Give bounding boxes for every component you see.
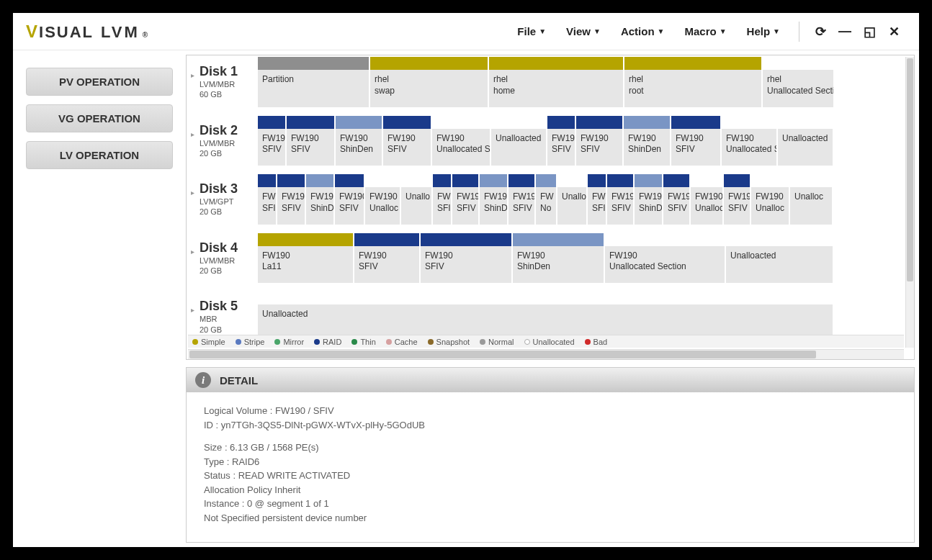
partition-block[interactable]: FW190ShinD [634, 174, 663, 225]
caret-icon: ▼ [593, 27, 601, 35]
disk-name: Disk 2 [200, 123, 251, 138]
partition-block[interactable]: rhelUnallocated Section [762, 57, 834, 107]
partition-block[interactable]: FW190SFIV [257, 116, 286, 166]
partition-block[interactable]: Unalloc [789, 174, 833, 225]
partition-block[interactable]: FW190La11 [257, 233, 354, 284]
legend-label: Stripe [244, 338, 265, 346]
partition-block[interactable]: FW190ShinD [305, 174, 334, 225]
partition-type-bar [258, 174, 276, 187]
partition-block[interactable]: rhelswap [369, 57, 488, 107]
partition-block[interactable]: Partition [257, 57, 369, 107]
partition-block[interactable]: FW190ShinDen [335, 116, 382, 166]
legend-label: Snapshot [436, 338, 470, 346]
partition-block[interactable]: FWSFI [432, 174, 452, 225]
menu-action[interactable]: Action▼ [611, 19, 675, 43]
disk-type: MBR [200, 314, 251, 324]
partition-block[interactable]: FW190SFIV [382, 116, 431, 166]
disk-label[interactable]: ▸ Disk 1 LVM/MBR 60 GB [188, 57, 257, 107]
partition-block[interactable]: FW190SFIV [606, 174, 634, 225]
partition-block[interactable]: FW190ShinDen [512, 233, 604, 284]
partition-block[interactable]: FW190Unalloc [690, 174, 723, 225]
menu-file[interactable]: File▼ [507, 19, 556, 43]
partition-block[interactable]: FW190SFIV [508, 174, 535, 225]
partition-block[interactable]: FW190SFIV [420, 233, 512, 284]
partition-type-bar [557, 174, 586, 187]
pv-operation-button[interactable]: PV OPERATION [26, 68, 173, 96]
detail-line: Instance : 0 @ segment 1 of 1 [204, 497, 897, 511]
partition-type-bar [751, 174, 789, 187]
partition-block[interactable]: FW190SFIV [547, 116, 575, 166]
partition-block[interactable]: rhelroot [624, 57, 762, 107]
close-icon[interactable]: ✕ [886, 24, 902, 40]
partition-block[interactable]: FW190Unalloc [364, 174, 400, 225]
minimize-icon[interactable]: — [837, 24, 853, 40]
legend-item: Unallocated [524, 338, 575, 346]
app-logo: VISUAL LVM® [26, 22, 149, 42]
menu-view[interactable]: View▼ [556, 19, 611, 43]
partition-block[interactable]: Unalloacted [490, 116, 547, 166]
partition-block[interactable]: FW190Unallocated Section [604, 233, 725, 284]
partition-type-bar [336, 116, 382, 129]
menu-help-label: Help [747, 25, 771, 37]
partition-block[interactable]: FWSFI [587, 174, 606, 225]
disk-name: Disk 5 [200, 299, 251, 314]
horizontal-scrollbar[interactable] [188, 349, 904, 359]
partition-block[interactable]: FW190Unallocated Se [431, 116, 490, 166]
refresh-icon[interactable]: ⟳ [812, 24, 828, 40]
partition-block[interactable]: FW190SFIV [286, 116, 335, 166]
menu-macro[interactable]: Macro▼ [674, 19, 736, 43]
partition-block[interactable]: FW190ShinD [479, 174, 508, 225]
partition-block[interactable]: FW190SFIV [334, 174, 364, 225]
disk-label[interactable]: ▸ Disk 2 LVM/MBR 20 GB [188, 116, 257, 166]
disk-label[interactable]: ▸ Disk 4 LVM/MBR 20 GB [188, 233, 257, 284]
partition-block[interactable]: FW190ShinDen [623, 116, 671, 166]
vertical-scrollbar[interactable] [905, 57, 914, 348]
partition-label: rhelroot [624, 70, 761, 107]
partition-block[interactable]: Unalloacted [257, 292, 833, 336]
partition-block[interactable]: FW190SFIV [452, 174, 479, 225]
maximize-icon[interactable]: ◱ [861, 24, 877, 40]
partition-block[interactable]: rhelhome [488, 57, 624, 107]
partition-block[interactable]: FWNo [535, 174, 557, 225]
partition-block[interactable]: FWSFI [257, 174, 277, 225]
partition-type-bar [588, 174, 606, 187]
disk-size: 20 GB [200, 325, 251, 335]
disk-label[interactable]: ▸ Disk 3 LVM/GPT 20 GB [188, 174, 257, 225]
partition-block[interactable]: Unallo [557, 174, 587, 225]
partition-block[interactable]: FW190SFIV [277, 174, 305, 225]
partition-block[interactable]: FW190Unallocated S [721, 116, 777, 166]
partition-label: Unalloacted [491, 129, 546, 166]
partition-block[interactable]: FW190SFIV [354, 233, 420, 284]
partition-block[interactable]: FW190SFIV [575, 116, 623, 166]
detail-line: Status : READ WRITE ACTIVATED [204, 469, 897, 483]
disk-label[interactable]: ▸ Disk 5 MBR 20 GB [188, 292, 257, 336]
vg-operation-button[interactable]: VG OPERATION [26, 104, 173, 132]
partition-label: rhelUnallocated Section [763, 70, 833, 107]
partition-type-bar [421, 233, 511, 246]
partition-block[interactable]: Unalloacted [777, 116, 833, 166]
partition-type-bar [513, 233, 604, 246]
partition-type-bar [258, 292, 833, 304]
logo-v: V [26, 22, 39, 42]
partition-type-bar [335, 174, 364, 187]
partition-type-bar [258, 116, 285, 129]
partition-block[interactable]: FW190SFIV [671, 116, 721, 166]
legend-dot [386, 339, 392, 345]
partition-block[interactable]: Unallo [400, 174, 432, 225]
partition-type-bar [536, 174, 556, 187]
legend-item: Thin [351, 338, 375, 346]
scrollbar-thumb[interactable] [189, 351, 816, 358]
partition-label: FW190SFIV [547, 129, 575, 166]
lv-operation-button[interactable]: LV OPERATION [26, 141, 173, 169]
menu-help[interactable]: Help▼ [737, 19, 790, 43]
detail-line: ID : yn7TGh-3QS5-DlNt-pGWX-WTvX-plHy-5GO… [204, 418, 897, 433]
partition-block[interactable]: FW190Unalloc [750, 174, 789, 225]
legend-item: Normal [480, 338, 514, 346]
partition-block[interactable]: FW190SFIV [663, 174, 690, 225]
scrollbar-thumb[interactable] [907, 58, 913, 281]
menu-view-label: View [566, 25, 591, 37]
partition-block[interactable]: Unalloacted [725, 233, 833, 284]
partition-block[interactable]: FW190SFIV [723, 174, 750, 225]
detail-line: Logical Volume : FW190 / SFIV [204, 404, 897, 418]
disk-name: Disk 4 [200, 240, 251, 256]
